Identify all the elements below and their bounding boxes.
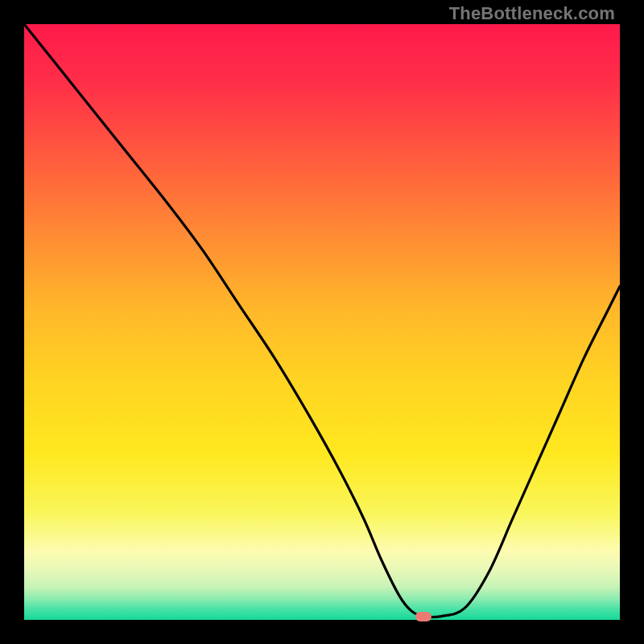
bottleneck-line — [24, 24, 620, 620]
chart-frame: TheBottleneck.com — [0, 0, 644, 644]
optimum-marker — [415, 612, 431, 621]
plot-area — [24, 24, 620, 620]
watermark-text: TheBottleneck.com — [449, 3, 615, 24]
